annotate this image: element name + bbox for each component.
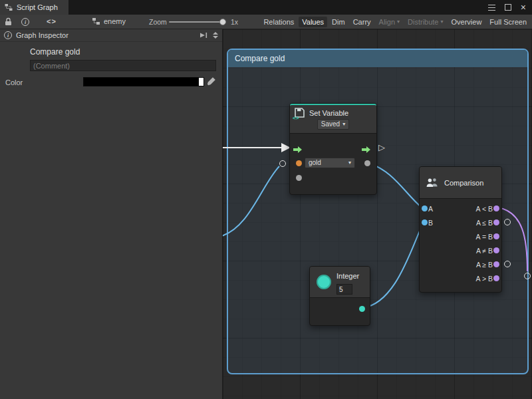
step-up-icon[interactable] [213,32,218,35]
window-menu-icon[interactable] [488,5,495,11]
node-set-variable[interactable]: <> Set Variable Saved ▾ gold ▾ [289,103,377,195]
comparison-row: A A < B [420,201,501,215]
variable-name-dropdown[interactable]: gold ▾ [305,158,355,168]
maximize-icon[interactable] [505,4,511,11]
unconnected-port[interactable] [504,219,511,225]
lock-icon[interactable] [4,17,12,27]
comparison-row: A = B [420,229,501,243]
comparison-row: A ≠ B [420,243,501,257]
graph-name: enemy [104,17,126,25]
zoom-label: Zoom [149,18,167,26]
script-graph-icon [5,3,13,11]
field-stepper[interactable] [213,32,218,39]
tab-script-graph[interactable]: Script Graph [0,0,68,15]
carry-button[interactable]: Carry [350,17,374,27]
chevron-down-icon: ▾ [348,160,351,166]
zoom-slider-handle[interactable] [219,19,226,25]
selected-graph-title: Compare gold [30,47,80,57]
output-port-a-eq-b[interactable] [493,233,499,239]
graph-inspector-title: Graph Inspector [16,31,68,39]
relations-button[interactable]: Relations [260,17,297,27]
alpha-triangle-icon [199,81,203,86]
output-label: A = B [476,233,493,241]
zoom-value: 1x [231,18,238,26]
node-comparison[interactable]: Comparison A A < B B A ≤ B A = B A ≠ B [419,166,502,293]
code-icon[interactable]: <> [47,17,57,25]
chevron-down-icon: ▾ [397,19,400,25]
comparison-title: Comparison [444,179,483,187]
toolbar-buttons: Relations Values Dim Carry Align▾ Distri… [260,16,530,28]
set-variable-header[interactable]: <> Set Variable Saved ▾ [290,104,376,134]
graph-canvas[interactable]: Compare gold <> Set Variable [223,29,532,399]
chevron-down-icon: ▾ [342,122,345,127]
node-integer[interactable]: Integer [309,266,370,326]
flow-input-port[interactable] [293,144,303,156]
output-port-a-neq-b[interactable] [493,247,499,253]
comment-input[interactable] [30,60,216,71]
output-port-a-lte-b[interactable] [493,219,499,225]
integer-output-port[interactable] [359,306,365,312]
output-label: A < B [476,205,493,213]
output-label: A ≤ B [476,219,493,227]
integer-value-input[interactable] [336,284,352,295]
info-icon: i [4,31,12,39]
output-port-a-lt-b[interactable] [493,205,499,211]
unity-visual-scripting-window: { "window": { "tab_title": "Script Graph… [0,0,532,399]
comparison-rows: A A < B B A ≤ B A = B A ≠ B A ≥ B [420,199,501,285]
integer-icon [317,275,331,289]
step-down-icon[interactable] [213,36,218,39]
flow-port-triangle[interactable]: ▷ [378,143,385,152]
unconnected-port[interactable] [504,261,511,267]
integer-title: Integer [336,272,359,280]
save-variable-icon: <> [294,107,305,118]
chevron-down-icon: ▾ [441,19,444,25]
output-label: A ≠ B [476,247,493,255]
unconnected-port[interactable] [279,160,286,167]
output-port-a-gt-b[interactable] [493,275,499,281]
input-port-a[interactable] [422,205,428,211]
tab-title: Script Graph [17,3,58,11]
value-input-port[interactable] [296,175,302,181]
variable-scope-dropdown[interactable]: Saved ▾ [317,119,349,130]
graph-inspector-panel: i Graph Inspector Compare gold Color [0,29,223,399]
value-output-port[interactable] [364,160,370,166]
graph-inspector-header: i Graph Inspector [0,29,222,42]
close-icon[interactable]: × [521,3,526,12]
script-machine-icon [92,17,100,25]
overview-button[interactable]: Overview [448,17,485,27]
output-port-a-gte-b[interactable] [493,261,499,267]
offscreen-port[interactable] [524,273,531,279]
color-swatch[interactable] [83,77,204,86]
full-screen-button[interactable]: Full Screen [486,17,530,27]
align-button[interactable]: Align▾ [376,17,403,27]
comparison-row: A > B [420,271,501,285]
eyedropper-icon[interactable] [207,76,216,88]
input-label-a: A [428,205,433,213]
graph-toolbar: i <> enemy Zoom 1x Relations Values Dim … [0,15,532,29]
comparison-people-icon [426,178,439,188]
zoom-slider-track[interactable] [169,21,226,23]
info-icon[interactable]: i [21,18,29,26]
output-label: A > B [476,275,493,283]
values-button[interactable]: Values [299,17,327,27]
group-header[interactable]: Compare gold [228,50,527,67]
window-controls: × [488,0,532,15]
graph-breadcrumb[interactable]: enemy [92,17,126,25]
color-field-label: Color [5,78,23,86]
set-variable-title: Set Variable [309,109,348,117]
distribute-button[interactable]: Distribute▾ [404,17,446,27]
input-port-b[interactable] [422,219,428,225]
comparison-row: A ≥ B [420,257,501,271]
code-badge-icon: <> [293,115,299,121]
integer-header[interactable]: Integer [310,267,370,298]
input-label-b: B [428,219,433,227]
comparison-header[interactable]: Comparison [420,167,501,199]
titlebar: Script Graph × [0,0,532,15]
dim-button[interactable]: Dim [329,17,348,27]
dock-icon[interactable] [199,32,207,39]
variable-object-port[interactable] [296,160,302,166]
flow-output-port[interactable] [362,144,371,156]
output-label: A ≥ B [476,261,493,269]
comparison-row: B A ≤ B [420,215,501,229]
